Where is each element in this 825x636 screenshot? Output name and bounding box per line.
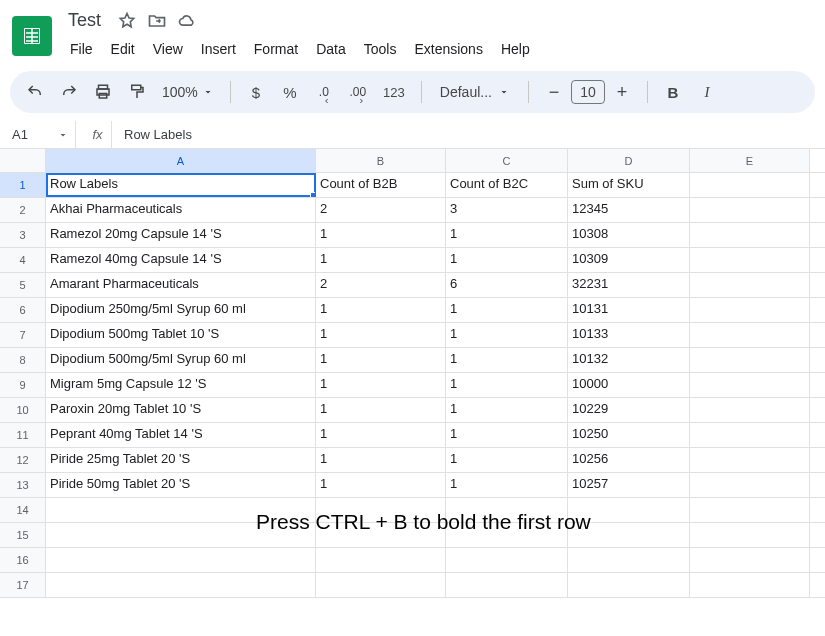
cell-E5[interactable] [690, 273, 810, 297]
cell-C7[interactable]: 1 [446, 323, 568, 347]
print-button[interactable] [88, 77, 118, 107]
menu-help[interactable]: Help [493, 37, 538, 61]
cell-B16[interactable] [316, 548, 446, 572]
menu-insert[interactable]: Insert [193, 37, 244, 61]
menu-data[interactable]: Data [308, 37, 354, 61]
row-header-1[interactable]: 1 [0, 173, 46, 197]
cell-A4[interactable]: Ramezol 40mg Capsule 14 'S [46, 248, 316, 272]
column-header-B[interactable]: B [316, 149, 446, 172]
cell-A16[interactable] [46, 548, 316, 572]
move-folder-icon[interactable] [147, 11, 167, 31]
cell-A14[interactable] [46, 498, 316, 522]
cell-B1[interactable]: Count of B2B [316, 173, 446, 197]
decrease-decimal-button[interactable]: .0 [309, 77, 339, 107]
undo-button[interactable] [20, 77, 50, 107]
cell-B8[interactable]: 1 [316, 348, 446, 372]
cell-A3[interactable]: Ramezol 20mg Capsule 14 'S [46, 223, 316, 247]
percent-button[interactable]: % [275, 77, 305, 107]
cell-E6[interactable] [690, 298, 810, 322]
menu-edit[interactable]: Edit [103, 37, 143, 61]
cell-C5[interactable]: 6 [446, 273, 568, 297]
decrease-font-size-button[interactable]: − [539, 77, 569, 107]
menu-format[interactable]: Format [246, 37, 306, 61]
cell-D16[interactable] [568, 548, 690, 572]
cell-C13[interactable]: 1 [446, 473, 568, 497]
cell-B14[interactable] [316, 498, 446, 522]
cell-A9[interactable]: Migram 5mg Capsule 12 'S [46, 373, 316, 397]
cell-E9[interactable] [690, 373, 810, 397]
cell-C3[interactable]: 1 [446, 223, 568, 247]
row-header-9[interactable]: 9 [0, 373, 46, 397]
currency-button[interactable]: $ [241, 77, 271, 107]
formula-input[interactable]: Row Labels [120, 127, 192, 142]
increase-decimal-button[interactable]: .00 [343, 77, 373, 107]
cell-D1[interactable]: Sum of SKU [568, 173, 690, 197]
font-size-input[interactable]: 10 [571, 80, 605, 104]
redo-button[interactable] [54, 77, 84, 107]
row-header-16[interactable]: 16 [0, 548, 46, 572]
cell-D10[interactable]: 10229 [568, 398, 690, 422]
cell-A5[interactable]: Amarant Pharmaceuticals [46, 273, 316, 297]
cell-C11[interactable]: 1 [446, 423, 568, 447]
cell-D9[interactable]: 10000 [568, 373, 690, 397]
cell-E3[interactable] [690, 223, 810, 247]
row-header-15[interactable]: 15 [0, 523, 46, 547]
select-all-corner[interactable] [0, 149, 46, 172]
cell-E10[interactable] [690, 398, 810, 422]
cell-D5[interactable]: 32231 [568, 273, 690, 297]
cell-E2[interactable] [690, 198, 810, 222]
cell-D4[interactable]: 10309 [568, 248, 690, 272]
row-header-5[interactable]: 5 [0, 273, 46, 297]
menu-view[interactable]: View [145, 37, 191, 61]
font-family-dropdown[interactable]: Defaul... [432, 84, 518, 100]
column-header-A[interactable]: A [46, 149, 316, 172]
cell-B2[interactable]: 2 [316, 198, 446, 222]
row-header-17[interactable]: 17 [0, 573, 46, 597]
cell-B9[interactable]: 1 [316, 373, 446, 397]
paint-format-button[interactable] [122, 77, 152, 107]
cell-E1[interactable] [690, 173, 810, 197]
cell-B6[interactable]: 1 [316, 298, 446, 322]
row-header-12[interactable]: 12 [0, 448, 46, 472]
cell-C1[interactable]: Count of B2C [446, 173, 568, 197]
cell-A15[interactable] [46, 523, 316, 547]
cell-B3[interactable]: 1 [316, 223, 446, 247]
increase-font-size-button[interactable]: + [607, 77, 637, 107]
cell-C12[interactable]: 1 [446, 448, 568, 472]
column-header-D[interactable]: D [568, 149, 690, 172]
cell-B17[interactable] [316, 573, 446, 597]
cell-A10[interactable]: Paroxin 20mg Tablet 10 'S [46, 398, 316, 422]
cell-B7[interactable]: 1 [316, 323, 446, 347]
menu-tools[interactable]: Tools [356, 37, 405, 61]
cell-A12[interactable]: Piride 25mg Tablet 20 'S [46, 448, 316, 472]
cell-A2[interactable]: Akhai Pharmaceuticals [46, 198, 316, 222]
cell-C15[interactable] [446, 523, 568, 547]
cell-A17[interactable] [46, 573, 316, 597]
cell-D3[interactable]: 10308 [568, 223, 690, 247]
cell-E4[interactable] [690, 248, 810, 272]
cell-C10[interactable]: 1 [446, 398, 568, 422]
more-formats-button[interactable]: 123 [377, 77, 411, 107]
name-box[interactable]: A1 [6, 121, 76, 148]
cell-B4[interactable]: 1 [316, 248, 446, 272]
menu-file[interactable]: File [62, 37, 101, 61]
cell-A1[interactable]: Row Labels [46, 173, 316, 197]
cell-C6[interactable]: 1 [446, 298, 568, 322]
row-header-6[interactable]: 6 [0, 298, 46, 322]
row-header-8[interactable]: 8 [0, 348, 46, 372]
row-header-10[interactable]: 10 [0, 398, 46, 422]
cell-B15[interactable] [316, 523, 446, 547]
cell-B13[interactable]: 1 [316, 473, 446, 497]
cloud-status-icon[interactable] [177, 11, 197, 31]
row-header-7[interactable]: 7 [0, 323, 46, 347]
cell-C4[interactable]: 1 [446, 248, 568, 272]
cell-B10[interactable]: 1 [316, 398, 446, 422]
document-title[interactable]: Test [62, 8, 107, 33]
cell-A11[interactable]: Peprant 40mg Tablet 14 'S [46, 423, 316, 447]
cell-D17[interactable] [568, 573, 690, 597]
cell-D13[interactable]: 10257 [568, 473, 690, 497]
cell-C9[interactable]: 1 [446, 373, 568, 397]
zoom-dropdown[interactable]: 100% [156, 84, 220, 100]
cell-E15[interactable] [690, 523, 810, 547]
cell-A7[interactable]: Dipodium 500mg Tablet 10 'S [46, 323, 316, 347]
